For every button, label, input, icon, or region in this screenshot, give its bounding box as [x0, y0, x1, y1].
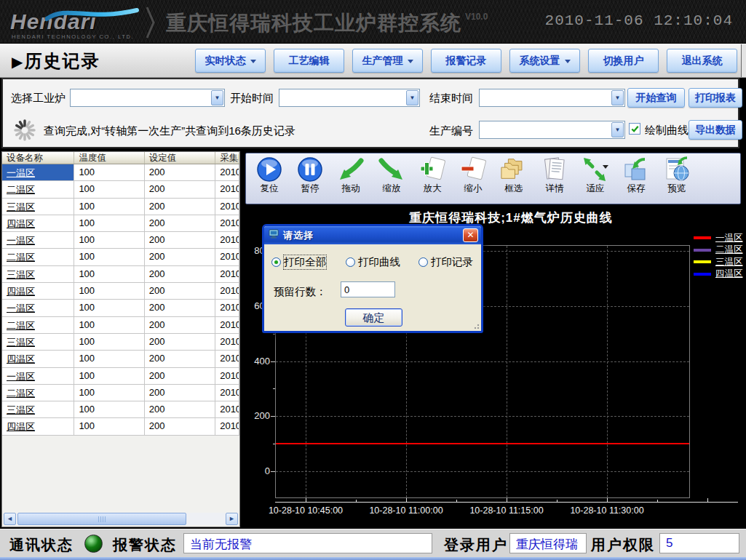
toolbar-button-pause[interactable]: 暂停: [290, 155, 330, 204]
nav-button-0[interactable]: 实时状态: [195, 49, 266, 73]
legend-label: 一温区: [715, 232, 743, 244]
end-time-label: 结束时间: [429, 92, 473, 105]
furnace-select[interactable]: 重庆恒得瑞科技;1#燃气炉▼: [70, 89, 225, 107]
y-axis-tick: [271, 471, 275, 472]
nav-button-6[interactable]: 退出系统: [667, 49, 737, 73]
preview-icon: [656, 156, 697, 183]
start-query-button[interactable]: 开始查询: [627, 88, 685, 108]
nav-button-3[interactable]: 报警记录: [431, 49, 501, 73]
batch-select[interactable]: 转轴第一次生产▼: [479, 121, 625, 139]
table-row[interactable]: 四温区1002002010: [2, 215, 239, 232]
table-header-cell[interactable]: 设定值: [145, 152, 215, 164]
table-row[interactable]: 三温区1002002010: [2, 334, 239, 351]
toolbar-button-details[interactable]: 详情: [534, 155, 575, 204]
radio-option-2[interactable]: 打印记录: [418, 255, 473, 269]
chevron-down-icon[interactable]: ▼: [211, 90, 223, 105]
toolbar-button-label: 拖动: [330, 183, 371, 195]
zoom-arrow-icon: [371, 156, 412, 183]
chevron-down-icon[interactable]: ▼: [611, 90, 624, 105]
radio-option-0[interactable]: 打印全部: [271, 255, 326, 269]
table-cell-time: 2010: [215, 300, 239, 316]
resize-grip[interactable]: [471, 321, 480, 329]
login-user-label: 登录用户: [444, 535, 508, 555]
table-row[interactable]: 二温区1002002010: [2, 249, 239, 265]
table-row[interactable]: 四温区1002002010: [2, 418, 239, 435]
table-cell-name: 四温区: [2, 283, 74, 299]
save-icon: [616, 156, 656, 183]
toolbar-button-zoom-in[interactable]: 放大: [412, 155, 453, 204]
table-cell-time: 2010: [215, 351, 239, 367]
table-cell-set: 200: [145, 232, 215, 248]
ok-button[interactable]: 确定: [345, 308, 402, 327]
gridline-vertical: [607, 246, 608, 497]
table-cell-name: 二温区: [2, 249, 74, 265]
radio-icon[interactable]: [271, 257, 281, 267]
header-separator: [146, 6, 156, 42]
table-row[interactable]: 一温区1002002010: [2, 300, 239, 316]
table-cell-set: 200: [145, 249, 215, 265]
table-row[interactable]: 三温区1002002010: [2, 199, 239, 215]
reserved-rows-input[interactable]: [341, 281, 395, 297]
end-time-picker[interactable]: 2010 - 11 - 06 12 : 04 : 03▼: [479, 89, 625, 107]
table-row[interactable]: 三温区1002002010: [2, 266, 239, 283]
table-cell-temp: 100: [74, 164, 144, 180]
legend-label: 三温区: [715, 256, 743, 268]
scroll-right-arrow[interactable]: ►: [226, 513, 238, 525]
table-cell-name: 四温区: [2, 351, 74, 367]
toolbar-button-zoom-arrow[interactable]: 缩放: [371, 155, 412, 204]
window-bottom-edge: [0, 557, 746, 560]
table-cell-name: 二温区: [2, 317, 74, 333]
table-row[interactable]: 二温区1002002010: [2, 181, 239, 198]
nav-button-5[interactable]: 切换用户: [588, 49, 659, 73]
gridline-horizontal: [276, 416, 689, 417]
chevron-down-icon[interactable]: ▼: [406, 90, 418, 105]
table-row[interactable]: 二温区1002002010: [2, 385, 239, 401]
toolbar-button-drag-arrow[interactable]: 拖动: [330, 155, 371, 204]
draw-curve-label: 绘制曲线: [645, 124, 689, 137]
table-cell-name: 四温区: [2, 215, 74, 231]
nav-button-1[interactable]: 工艺编辑: [274, 49, 344, 73]
table-row[interactable]: 四温区1002002010: [2, 283, 239, 300]
table-row[interactable]: 一温区1002002010: [2, 232, 239, 249]
chevron-down-icon[interactable]: ▼: [611, 122, 624, 137]
table-row[interactable]: 一温区1002002010: [2, 368, 239, 385]
start-time-picker[interactable]: 2010 - 10 - 27 00 : 00 : 08▼: [279, 89, 420, 107]
toolbar-button-save[interactable]: 保存: [616, 155, 656, 204]
table-row[interactable]: 四温区1002002010: [2, 351, 239, 367]
draw-curve-checkbox[interactable]: [629, 123, 640, 135]
toolbar-button-reset-play[interactable]: 复位: [249, 155, 290, 204]
table-header-cell[interactable]: 采集时间: [215, 152, 239, 164]
table-cell-name: 二温区: [2, 385, 74, 401]
login-user-field: 重庆恒得瑞: [509, 533, 587, 553]
toolbar-button-box-select[interactable]: 框选: [493, 155, 534, 204]
table-header-cell[interactable]: 温度值: [74, 152, 144, 164]
check-icon: [630, 124, 640, 134]
reserved-rows-label: 预留行数：: [274, 285, 327, 299]
radio-option-1[interactable]: 打印曲线: [346, 255, 400, 269]
radio-icon[interactable]: [418, 257, 428, 267]
dialog-title-bar[interactable]: 请选择 ✕: [264, 226, 481, 244]
query-panel: 选择工业炉 重庆恒得瑞科技;1#燃气炉▼ 开始时间 2010 - 10 - 27…: [1, 78, 739, 148]
table-header-cell[interactable]: 设备名称: [2, 152, 74, 164]
nav-button-2[interactable]: 生产管理: [352, 49, 423, 73]
toolbar-button-zoom-out[interactable]: 缩小: [453, 155, 493, 204]
radio-icon[interactable]: [346, 257, 355, 267]
table-row[interactable]: 三温区1002002010: [2, 401, 239, 418]
table-row[interactable]: 一温区1002002010: [2, 164, 239, 181]
export-data-button[interactable]: 导出数据: [689, 120, 742, 140]
table-cell-time: 2010: [215, 164, 239, 180]
alarm-status-field: 当前无报警: [183, 533, 432, 553]
reset-play-icon: [249, 156, 290, 183]
scrollbar-thumb[interactable]: [17, 513, 186, 525]
print-report-button[interactable]: 打印报表: [689, 88, 742, 108]
toolbar-button-preview[interactable]: 预览: [656, 155, 697, 204]
scroll-left-arrow[interactable]: ◄: [4, 513, 16, 525]
table-cell-time: 2010: [215, 199, 239, 215]
close-icon[interactable]: ✕: [463, 228, 478, 242]
toolbar-button-label: 预览: [656, 183, 697, 195]
table-row[interactable]: 二温区1002002010: [2, 317, 239, 334]
table-cell-name: 一温区: [2, 368, 74, 384]
toolbar-button-fit[interactable]: 适应: [575, 155, 616, 204]
horizontal-scrollbar[interactable]: ◄ ►: [4, 513, 238, 525]
nav-button-4[interactable]: 系统设置: [509, 49, 580, 73]
